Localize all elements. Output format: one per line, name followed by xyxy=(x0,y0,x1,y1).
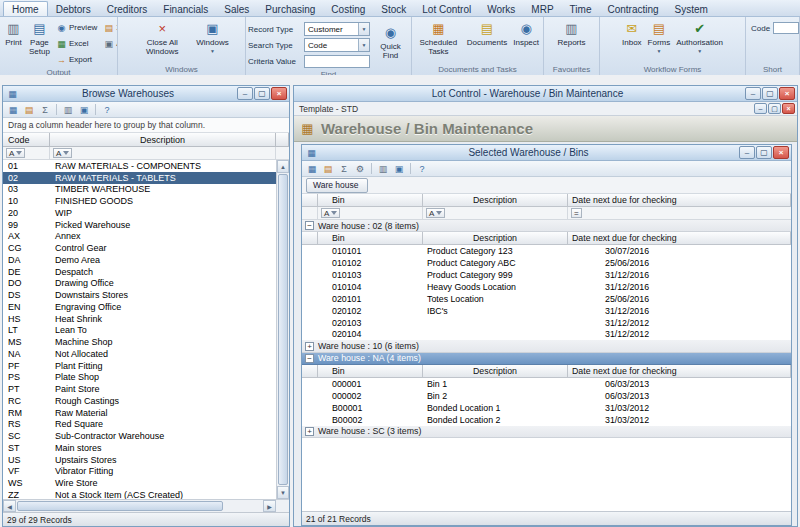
warehouse-row-03[interactable]: 03TIMBER WAREHOUSE xyxy=(3,184,276,196)
subheader-bin[interactable]: Bin xyxy=(318,365,423,378)
xml-button[interactable]: ▤XML xyxy=(101,20,118,35)
ribbon-tab-sales[interactable]: Sales xyxy=(216,2,257,16)
bin-row-B00002[interactable]: B00002Bonded Location 231/03/2012 xyxy=(302,414,791,426)
collapse-icon[interactable]: − xyxy=(305,221,314,230)
bin-group-row[interactable]: −Ware house : NA (4 items) xyxy=(302,353,791,365)
ribbon-tab-contracting[interactable]: Contracting xyxy=(599,2,666,16)
warehouse-row-PT[interactable]: PTPaint Store xyxy=(3,383,276,395)
bin-row-B00001[interactable]: B00001Bonded Location 131/03/2012 xyxy=(302,402,791,414)
close-button[interactable]: × xyxy=(779,87,795,100)
inspect-button[interactable]: ◉ Inspect xyxy=(511,19,541,49)
print-icon[interactable]: ▥ xyxy=(376,162,390,175)
column-header-code[interactable]: Code xyxy=(3,133,50,147)
subheader-date[interactable]: Date next due for checking xyxy=(568,232,791,245)
bin-group-row[interactable]: −Ware house : 02 (8 items) xyxy=(302,220,791,232)
save-icon[interactable]: ▣ xyxy=(77,103,91,116)
group-by-chip-warehouse[interactable]: Ware house xyxy=(306,178,368,193)
warehouse-row-AX[interactable]: AXAnnex xyxy=(3,231,276,243)
warehouse-row-RC[interactable]: RCRough Castings xyxy=(3,395,276,407)
documents-button[interactable]: ▤ Documents xyxy=(465,19,509,49)
adm-button[interactable]: ▣ADM xyxy=(101,36,118,51)
ribbon-tab-works[interactable]: Works xyxy=(479,2,523,16)
filter-icon[interactable]: A xyxy=(53,148,72,158)
quick-find-button[interactable]: ◉ Quick Find xyxy=(372,23,409,62)
record-type-select[interactable]: Customer▼ xyxy=(304,22,370,36)
subheader-description[interactable]: Description xyxy=(423,365,568,378)
warehouse-row-DS[interactable]: DSDownstairs Stores xyxy=(3,289,276,301)
close-button[interactable]: × xyxy=(271,87,287,100)
warehouse-row-99[interactable]: 99Picked Warehouse xyxy=(3,219,276,231)
scroll-up-icon[interactable]: ▲ xyxy=(277,160,289,173)
warehouse-row-LT[interactable]: LTLean To xyxy=(3,325,276,337)
scheduled-tasks-button[interactable]: ▦ Scheduled Tasks xyxy=(414,19,463,58)
warehouse-row-PF[interactable]: PFPlant Fitting xyxy=(3,360,276,372)
bin-group-row[interactable]: +Ware house : SC (3 items) xyxy=(302,426,791,438)
close-all-windows-button[interactable]: × Close All Windows xyxy=(132,19,192,58)
bin-row-000002[interactable]: 000002Bin 206/03/2013 xyxy=(302,390,791,402)
sigma-icon[interactable]: Σ xyxy=(38,103,52,116)
ribbon-tab-creditors[interactable]: Creditors xyxy=(99,2,156,16)
ribbon-tab-costing[interactable]: Costing xyxy=(323,2,373,16)
authorisation-button[interactable]: ✔ Authorisation ▼ xyxy=(674,19,725,55)
reports-button[interactable]: ▥ Reports xyxy=(555,19,587,49)
print-button[interactable]: ▥ Print xyxy=(2,19,25,49)
minimize-button[interactable]: – xyxy=(745,87,761,100)
warehouse-row-PS[interactable]: PSPlate Shop xyxy=(3,372,276,384)
ribbon-tab-system[interactable]: System xyxy=(667,2,716,16)
equals-filter-icon[interactable]: = xyxy=(571,208,582,218)
filter-icon[interactable]: A xyxy=(321,208,340,218)
warehouse-row-US[interactable]: USUpstairs Stores xyxy=(3,454,276,466)
grid-view-icon[interactable]: ▦ xyxy=(6,103,20,116)
page-setup-button[interactable]: ▤ Page Setup xyxy=(27,19,52,58)
maximize-button[interactable]: ▢ xyxy=(768,103,781,114)
warehouse-row-VF[interactable]: VFVibrator Fitting xyxy=(3,466,276,478)
close-button[interactable]: × xyxy=(773,146,789,159)
sigma-icon[interactable]: Σ xyxy=(337,162,351,175)
warehouse-row-HS[interactable]: HSHeat Shrink xyxy=(3,313,276,325)
warehouse-row-ST[interactable]: STMain stores xyxy=(3,442,276,454)
help-icon[interactable]: ? xyxy=(415,162,429,175)
ribbon-tab-purchasing[interactable]: Purchasing xyxy=(257,2,323,16)
preview-button[interactable]: ◉Preview xyxy=(54,20,99,35)
bin-row-020102[interactable]: 020102IBC's31/12/2016 xyxy=(302,305,791,317)
filter-icon[interactable]: A xyxy=(6,148,25,158)
maximize-button[interactable]: ▢ xyxy=(756,146,772,159)
bin-row-020101[interactable]: 020101Totes Location25/06/2016 xyxy=(302,293,791,305)
column-header-bin[interactable]: Bin xyxy=(318,194,423,207)
bin-row-020104[interactable]: 02010431/12/2012 xyxy=(302,329,791,341)
warehouse-row-02[interactable]: 02RAW MATERIALS - TABLETS xyxy=(3,172,276,184)
scroll-left-icon[interactable]: ◀ xyxy=(3,500,16,512)
ribbon-tab-home[interactable]: Home xyxy=(3,1,48,16)
scroll-down-icon[interactable]: ▼ xyxy=(277,486,289,499)
maximize-button[interactable]: ▢ xyxy=(762,87,778,100)
scrollbar-thumb[interactable] xyxy=(278,174,288,485)
ribbon-tab-time[interactable]: Time xyxy=(562,2,600,16)
ribbon-tab-lot-control[interactable]: Lot Control xyxy=(414,2,479,16)
save-icon[interactable]: ▣ xyxy=(392,162,406,175)
column-header-description[interactable]: Description xyxy=(50,133,276,147)
help-icon[interactable]: ? xyxy=(100,103,114,116)
export-button[interactable]: →Export xyxy=(54,52,99,67)
warehouse-row-SC[interactable]: SCSub-Contractor Warehouse xyxy=(3,430,276,442)
warehouse-row-01[interactable]: 01RAW MATERIALS - COMPONENTS xyxy=(3,160,276,172)
maximize-button[interactable]: ▢ xyxy=(254,87,270,100)
forms-button[interactable]: ▤ Forms ▼ xyxy=(646,19,673,55)
chart-icon[interactable]: ▤ xyxy=(22,103,36,116)
horizontal-scrollbar[interactable]: ◀ ▶ xyxy=(3,499,289,512)
bin-row-010102[interactable]: 010102Product Category ABC25/06/2016 xyxy=(302,257,791,269)
ribbon-tab-financials[interactable]: Financials xyxy=(155,2,216,16)
collapse-icon[interactable]: − xyxy=(305,354,314,363)
warehouse-row-MS[interactable]: MSMachine Shop xyxy=(3,336,276,348)
ribbon-tab-debtors[interactable]: Debtors xyxy=(48,2,99,16)
warehouse-row-CG[interactable]: CGControl Gear xyxy=(3,242,276,254)
subheader-description[interactable]: Description xyxy=(423,232,568,245)
bin-group-row[interactable]: +Ware house : 10 (6 items) xyxy=(302,340,791,352)
scroll-right-icon[interactable]: ▶ xyxy=(263,500,276,512)
warehouse-row-DE[interactable]: DEDespatch xyxy=(3,266,276,278)
selected-bins-titlebar[interactable]: ▦ Selected Warehouse / Bins – ▢ × xyxy=(302,145,791,161)
windows-button[interactable]: ▣ Windows ▼ xyxy=(194,19,230,55)
expand-icon[interactable]: + xyxy=(305,427,314,436)
warehouse-row-WS[interactable]: WSWire Store xyxy=(3,477,276,489)
warehouse-row-NA[interactable]: NANot Allocated xyxy=(3,348,276,360)
excel-button[interactable]: ▦Excel xyxy=(54,36,99,51)
